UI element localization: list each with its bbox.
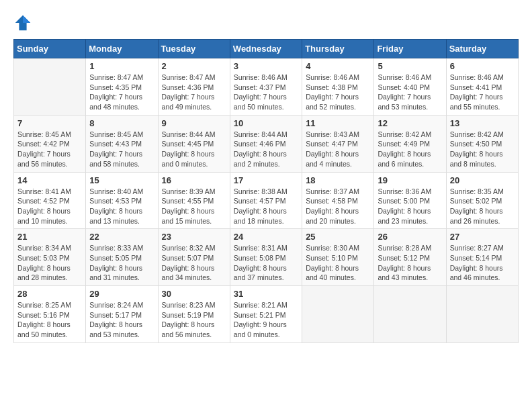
day-number: 30 bbox=[162, 289, 226, 299]
calendar-cell: 7Sunrise: 8:45 AMSunset: 4:42 PMDaylight… bbox=[14, 115, 86, 172]
calendar-cell bbox=[302, 286, 374, 343]
day-info: Sunrise: 8:27 AMSunset: 5:14 PMDaylight:… bbox=[450, 243, 515, 283]
calendar-cell: 3Sunrise: 8:46 AMSunset: 4:37 PMDaylight… bbox=[230, 58, 302, 116]
calendar-header: SundayMondayTuesdayWednesdayThursdayFrid… bbox=[14, 40, 519, 58]
day-number: 21 bbox=[17, 232, 82, 242]
calendar-cell: 31Sunrise: 8:21 AMSunset: 5:21 PMDayligh… bbox=[230, 286, 302, 343]
day-info: Sunrise: 8:45 AMSunset: 4:43 PMDaylight:… bbox=[89, 130, 154, 169]
day-number: 7 bbox=[17, 118, 82, 128]
day-info: Sunrise: 8:30 AMSunset: 5:10 PMDaylight:… bbox=[306, 243, 370, 283]
weekday-header-wednesday: Wednesday bbox=[230, 40, 302, 58]
svg-marker-1 bbox=[23, 15, 30, 23]
weekday-header-thursday: Thursday bbox=[302, 40, 374, 58]
day-info: Sunrise: 8:25 AMSunset: 5:16 PMDaylight:… bbox=[17, 300, 82, 340]
calendar-cell: 28Sunrise: 8:25 AMSunset: 5:16 PMDayligh… bbox=[14, 286, 86, 343]
calendar-cell: 19Sunrise: 8:36 AMSunset: 5:00 PMDayligh… bbox=[374, 172, 446, 229]
day-number: 2 bbox=[162, 61, 226, 71]
calendar-cell: 5Sunrise: 8:46 AMSunset: 4:40 PMDaylight… bbox=[374, 58, 446, 116]
day-info: Sunrise: 8:21 AMSunset: 5:21 PMDaylight:… bbox=[234, 300, 298, 340]
calendar-cell: 17Sunrise: 8:38 AMSunset: 4:57 PMDayligh… bbox=[230, 172, 302, 229]
calendar-cell: 21Sunrise: 8:34 AMSunset: 5:03 PMDayligh… bbox=[14, 229, 86, 286]
day-number: 27 bbox=[450, 232, 515, 242]
day-info: Sunrise: 8:46 AMSunset: 4:40 PMDaylight:… bbox=[378, 73, 442, 112]
weekday-header-friday: Friday bbox=[374, 40, 446, 58]
day-number: 24 bbox=[234, 232, 298, 242]
calendar-week-3: 21Sunrise: 8:34 AMSunset: 5:03 PMDayligh… bbox=[14, 229, 519, 286]
day-number: 4 bbox=[306, 61, 370, 71]
day-info: Sunrise: 8:47 AMSunset: 4:36 PMDaylight:… bbox=[162, 73, 226, 112]
day-number: 26 bbox=[378, 232, 442, 242]
calendar-cell bbox=[374, 286, 446, 343]
day-info: Sunrise: 8:42 AMSunset: 4:49 PMDaylight:… bbox=[378, 130, 442, 169]
day-number: 25 bbox=[306, 232, 370, 242]
day-info: Sunrise: 8:46 AMSunset: 4:38 PMDaylight:… bbox=[306, 73, 370, 112]
calendar-cell: 20Sunrise: 8:35 AMSunset: 5:02 PMDayligh… bbox=[446, 172, 518, 229]
calendar-cell: 14Sunrise: 8:41 AMSunset: 4:52 PMDayligh… bbox=[14, 172, 86, 229]
calendar-week-4: 28Sunrise: 8:25 AMSunset: 5:16 PMDayligh… bbox=[14, 286, 519, 343]
day-info: Sunrise: 8:43 AMSunset: 4:47 PMDaylight:… bbox=[306, 130, 370, 169]
day-info: Sunrise: 8:38 AMSunset: 4:57 PMDaylight:… bbox=[234, 187, 298, 226]
day-number: 20 bbox=[450, 175, 515, 185]
day-number: 19 bbox=[378, 175, 442, 185]
day-number: 11 bbox=[306, 118, 370, 128]
day-info: Sunrise: 8:46 AMSunset: 4:41 PMDaylight:… bbox=[450, 73, 515, 112]
day-number: 16 bbox=[162, 175, 226, 185]
day-info: Sunrise: 8:33 AMSunset: 5:05 PMDaylight:… bbox=[89, 243, 154, 283]
logo-icon bbox=[13, 13, 32, 32]
calendar-cell: 10Sunrise: 8:44 AMSunset: 4:46 PMDayligh… bbox=[230, 115, 302, 172]
calendar-cell: 4Sunrise: 8:46 AMSunset: 4:38 PMDaylight… bbox=[302, 58, 374, 116]
calendar-cell bbox=[446, 286, 518, 343]
day-info: Sunrise: 8:47 AMSunset: 4:35 PMDaylight:… bbox=[89, 73, 154, 112]
calendar-cell: 26Sunrise: 8:28 AMSunset: 5:12 PMDayligh… bbox=[374, 229, 446, 286]
day-info: Sunrise: 8:23 AMSunset: 5:19 PMDaylight:… bbox=[162, 300, 226, 340]
day-number: 28 bbox=[17, 289, 82, 299]
calendar-cell: 6Sunrise: 8:46 AMSunset: 4:41 PMDaylight… bbox=[446, 58, 518, 116]
calendar-cell: 30Sunrise: 8:23 AMSunset: 5:19 PMDayligh… bbox=[158, 286, 230, 343]
day-info: Sunrise: 8:44 AMSunset: 4:45 PMDaylight:… bbox=[162, 130, 226, 169]
day-info: Sunrise: 8:46 AMSunset: 4:37 PMDaylight:… bbox=[234, 73, 298, 112]
weekday-header-sunday: Sunday bbox=[14, 40, 86, 58]
calendar-cell: 23Sunrise: 8:32 AMSunset: 5:07 PMDayligh… bbox=[158, 229, 230, 286]
day-number: 6 bbox=[450, 61, 515, 71]
day-number: 10 bbox=[234, 118, 298, 128]
day-number: 9 bbox=[162, 118, 226, 128]
day-number: 8 bbox=[89, 118, 154, 128]
day-info: Sunrise: 8:42 AMSunset: 4:50 PMDaylight:… bbox=[450, 130, 515, 169]
calendar-cell: 27Sunrise: 8:27 AMSunset: 5:14 PMDayligh… bbox=[446, 229, 518, 286]
day-number: 18 bbox=[306, 175, 370, 185]
logo bbox=[13, 13, 35, 32]
calendar-week-1: 7Sunrise: 8:45 AMSunset: 4:42 PMDaylight… bbox=[14, 115, 519, 172]
calendar-cell: 13Sunrise: 8:42 AMSunset: 4:50 PMDayligh… bbox=[446, 115, 518, 172]
day-number: 22 bbox=[89, 232, 154, 242]
weekday-header-tuesday: Tuesday bbox=[158, 40, 230, 58]
day-info: Sunrise: 8:39 AMSunset: 4:55 PMDaylight:… bbox=[162, 187, 226, 226]
calendar-cell: 18Sunrise: 8:37 AMSunset: 4:58 PMDayligh… bbox=[302, 172, 374, 229]
calendar-cell: 24Sunrise: 8:31 AMSunset: 5:08 PMDayligh… bbox=[230, 229, 302, 286]
calendar-week-2: 14Sunrise: 8:41 AMSunset: 4:52 PMDayligh… bbox=[14, 172, 519, 229]
calendar-week-0: 1Sunrise: 8:47 AMSunset: 4:35 PMDaylight… bbox=[14, 58, 519, 116]
day-info: Sunrise: 8:37 AMSunset: 4:58 PMDaylight:… bbox=[306, 187, 370, 226]
day-number: 1 bbox=[89, 61, 154, 71]
day-info: Sunrise: 8:44 AMSunset: 4:46 PMDaylight:… bbox=[234, 130, 298, 169]
day-info: Sunrise: 8:28 AMSunset: 5:12 PMDaylight:… bbox=[378, 243, 442, 283]
day-number: 17 bbox=[234, 175, 298, 185]
day-info: Sunrise: 8:40 AMSunset: 4:53 PMDaylight:… bbox=[89, 187, 154, 226]
calendar-cell: 22Sunrise: 8:33 AMSunset: 5:05 PMDayligh… bbox=[86, 229, 158, 286]
day-info: Sunrise: 8:34 AMSunset: 5:03 PMDaylight:… bbox=[17, 243, 82, 283]
calendar-cell: 29Sunrise: 8:24 AMSunset: 5:17 PMDayligh… bbox=[86, 286, 158, 343]
calendar-cell: 8Sunrise: 8:45 AMSunset: 4:43 PMDaylight… bbox=[86, 115, 158, 172]
day-info: Sunrise: 8:41 AMSunset: 4:52 PMDaylight:… bbox=[17, 187, 82, 226]
calendar-body: 1Sunrise: 8:47 AMSunset: 4:35 PMDaylight… bbox=[14, 58, 519, 343]
day-number: 13 bbox=[450, 118, 515, 128]
day-number: 5 bbox=[378, 61, 442, 71]
day-info: Sunrise: 8:32 AMSunset: 5:07 PMDaylight:… bbox=[162, 243, 226, 283]
page-header bbox=[13, 13, 519, 32]
calendar-cell: 11Sunrise: 8:43 AMSunset: 4:47 PMDayligh… bbox=[302, 115, 374, 172]
day-info: Sunrise: 8:36 AMSunset: 5:00 PMDaylight:… bbox=[378, 187, 442, 226]
day-number: 29 bbox=[89, 289, 154, 299]
calendar-cell: 16Sunrise: 8:39 AMSunset: 4:55 PMDayligh… bbox=[158, 172, 230, 229]
day-info: Sunrise: 8:31 AMSunset: 5:08 PMDaylight:… bbox=[234, 243, 298, 283]
day-number: 31 bbox=[234, 289, 298, 299]
calendar-cell: 25Sunrise: 8:30 AMSunset: 5:10 PMDayligh… bbox=[302, 229, 374, 286]
weekday-row: SundayMondayTuesdayWednesdayThursdayFrid… bbox=[14, 40, 519, 58]
